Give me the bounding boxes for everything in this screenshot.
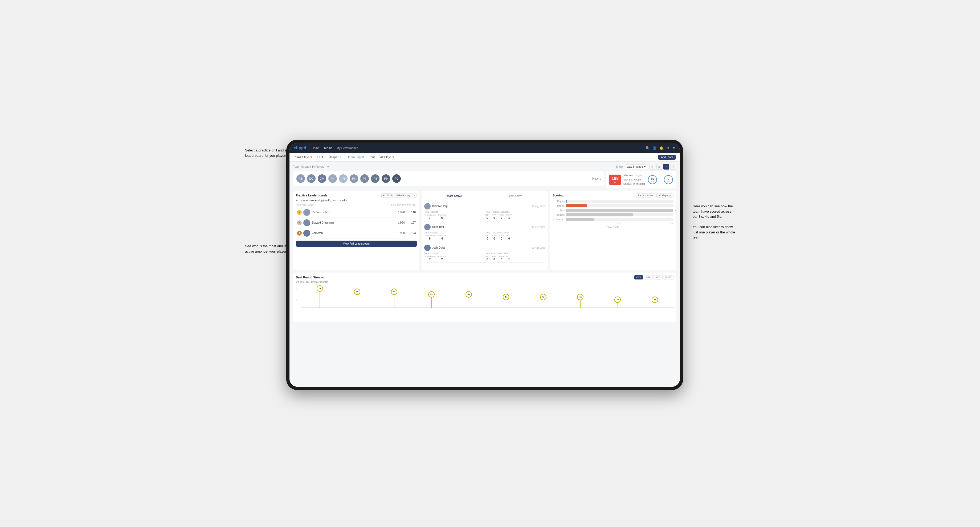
tablet-frame: clippd Home Teams My Performance 🔍 👤 🔔 ⚙… [286, 140, 683, 390]
lb-row-1[interactable]: 1 Richard Butler 19/20 110 [296, 207, 417, 218]
bell-icon[interactable]: 🔔 [659, 146, 663, 150]
player-avatar-9[interactable]: P9 [382, 174, 390, 183]
bar-fill-dbogeys [566, 218, 594, 221]
scoring-filter-par[interactable]: Par 3, 4 & 5s ▾ [636, 193, 655, 197]
leaderboard-columns: PLAYER NAME PB SCORE PB AVG SQ [296, 204, 417, 206]
streaks-subtitle: Off The Tee, Fairway Accuracy [296, 281, 673, 283]
pa-total-rounds-1: Total Rounds Tournament 7 Practice [424, 211, 484, 219]
subnav-pga[interactable]: PGA [317, 153, 323, 161]
leaderboard-subtitle: PUTT Must Make Putting (3-6 ft), Last 3 … [296, 199, 417, 202]
lb-avatar-3 [303, 230, 310, 237]
bar-fill-pars [566, 209, 673, 212]
marker-4x-2: 4x [540, 294, 546, 308]
pa-date-3: 26 Aug 2023 [531, 246, 545, 249]
lb-avg-1: 110 [406, 211, 416, 214]
lb-rank-3: 3 [297, 231, 302, 236]
streaks-card: Best Round Streaks OTT APP ARG PUTT Off … [293, 273, 676, 322]
nav-home[interactable]: Home [312, 146, 319, 149]
avatar-icon[interactable]: ▼ [672, 146, 676, 150]
pa-header-1: Blair McHarg 26 Aug 2023 [424, 203, 545, 210]
lb-avg-3: 103 [406, 232, 416, 235]
player-avatar-4[interactable]: P4 [328, 174, 337, 183]
leaderboard-card-header: Practice Leaderboards PUTT Must Make Put… [296, 193, 417, 197]
timeline-markers: 7x 6x 6x [301, 285, 673, 308]
subnav-all-players[interactable]: All Players [380, 153, 394, 161]
team-title: Team Clippd | 14 Players [293, 165, 325, 168]
bar-fill-birdies [566, 204, 587, 207]
bar-fill-eagles [566, 200, 567, 203]
player-avatar-2[interactable]: EC [307, 174, 316, 183]
scoring-bar-chart: Eagles 3 Birdies [552, 200, 673, 221]
lb-rank-1: 1 [297, 210, 302, 215]
subnav-hcaps[interactable]: Hcaps 1-5 [329, 153, 342, 161]
streaks-header: Best Round Streaks OTT APP ARG PUTT [296, 275, 673, 279]
navbar-links: Home Teams My Performance [312, 146, 640, 149]
activity-item-1: Blair McHarg 26 Aug 2023 Total Rounds To… [424, 202, 545, 221]
players-label: Players [592, 177, 601, 180]
player-avatar-3[interactable]: CM [318, 174, 326, 183]
subnav-pgat[interactable]: PGAT Players [294, 153, 312, 161]
player-avatar-5[interactable]: P5 [339, 174, 347, 183]
show-label: Show [616, 165, 623, 168]
player-avatar-7[interactable]: P7 [360, 174, 369, 183]
view-icons: ⊞ ▦ ≡ ⇅ [649, 163, 676, 170]
pa-date-1: 26 Aug 2023 [531, 205, 545, 208]
tab-least-active[interactable]: Least Active [485, 193, 545, 199]
pa-stats-3: Total Rounds Tournament 7 Practice [424, 252, 545, 261]
streaks-timeline: 8 4 7x [296, 285, 673, 312]
marker-6x-1: 6x [354, 289, 360, 308]
search-icon[interactable]: 🔍 [646, 146, 650, 150]
nav-teams[interactable]: Teams [324, 146, 332, 149]
streak-filter-app[interactable]: APP [644, 275, 652, 279]
add-team-button[interactable]: Add Team [658, 155, 676, 160]
show-period-select[interactable]: Last 3 months ▾ [625, 165, 648, 169]
players-row: RB EC CM P4 P5 P6 P7 P8 P9 P0 Players [293, 171, 604, 186]
scoring-filter-players[interactable]: All Players ▾ [657, 193, 673, 197]
marker-4x-3: 4x [577, 294, 584, 308]
team-header: Team Clippd | 14 Players ✏ Show Last 3 m… [293, 163, 676, 170]
pa-header-2: Rees Britt 02 Sep 2023 [424, 224, 545, 230]
settings-icon[interactable]: ⚙ [666, 146, 670, 150]
streak-filter-ott[interactable]: OTT [634, 275, 643, 279]
player-avatar-8[interactable]: P8 [371, 174, 379, 183]
bar-eagles: Eagles 3 [552, 200, 673, 203]
content-grid: Practice Leaderboards PUTT Must Make Put… [293, 190, 676, 270]
navbar-icons: 🔍 👤 🔔 ⚙ ▼ [646, 146, 676, 150]
lb-avatar-2 [303, 219, 310, 226]
streak-filter-arg[interactable]: ARG [654, 275, 663, 279]
lb-row-3[interactable]: 3 Cameron... 17/20 103 [296, 228, 417, 238]
pa-name-3: Josh Coles [432, 246, 530, 249]
lb-row-2[interactable]: 2 Edward Crossman 18/20 107 [296, 218, 417, 228]
player-avatar-1[interactable]: RB [296, 174, 305, 183]
player-avatar-6[interactable]: P6 [350, 174, 358, 183]
marker-7x-1: 7x [317, 285, 323, 308]
player-avatar-10[interactable]: P0 [392, 174, 401, 183]
annotation-top-right: Here you can see how the team have score… [693, 204, 735, 240]
bar-dbogeys: D. Bogeys + 131 [552, 218, 673, 221]
view-filter-icon[interactable]: ⇅ [670, 163, 676, 170]
streak-filter-putt[interactable]: PUTT [663, 275, 674, 279]
users-icon[interactable]: 👤 [652, 146, 657, 150]
view-grid-lg-icon[interactable]: ▦ [657, 163, 662, 170]
view-grid-sm-icon[interactable]: ⊞ [649, 163, 655, 170]
leaderboard-dropdown[interactable]: PUTT Must Make Putting ... ▾ [381, 193, 417, 197]
players-and-shot-row: RB EC CM P4 P5 P6 P7 P8 P9 P0 Players [293, 171, 676, 189]
shot-circle-1: 16 yds [648, 175, 657, 184]
edit-team-icon[interactable]: ✏ [327, 165, 329, 168]
shot-distance: 198 [611, 176, 619, 181]
view-full-leaderboard-button[interactable]: View Full Leaderboard [296, 241, 417, 247]
subnav-team-clippd[interactable]: Team Clippd [347, 153, 364, 161]
streaks-filters: OTT APP ARG PUTT [634, 275, 673, 279]
subnav-tour[interactable]: Tour [369, 153, 375, 161]
bar-pars: Pars 499 [552, 209, 673, 212]
pa-avatar-3 [424, 244, 431, 251]
shot-distance-unit: yd [611, 181, 619, 183]
shot-circle-2: 0 yds [664, 175, 673, 184]
shot-card: 198 yd Shot Dist: 16 yds Start Lie: Roug… [606, 171, 676, 189]
tab-most-active[interactable]: Most Active [424, 193, 485, 199]
nav-performance[interactable]: My Performance [337, 146, 358, 149]
pa-stats-2: Total Rounds Tournament 8 Practice [424, 231, 545, 240]
view-list-icon[interactable]: ≡ [663, 163, 669, 170]
marker-3x-2: 3x [652, 297, 658, 308]
active-card: Most Active Least Active Blair McHarg 26… [422, 190, 548, 270]
